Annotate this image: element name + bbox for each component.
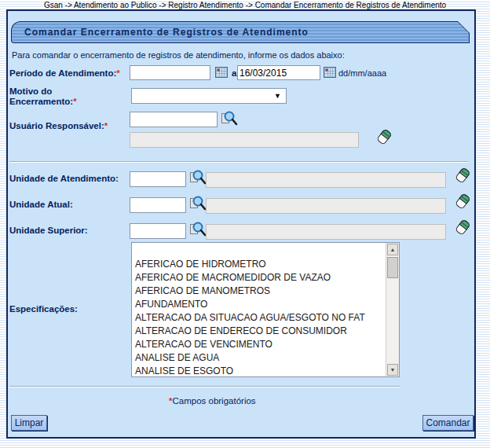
note-text: Campos obrigatórios [172,396,255,406]
motivo-selected-value [132,91,134,102]
especificacao-option[interactable]: ALTERACAO DA SITUACAO AGUA/ESGOTO NO FAT [135,311,386,325]
scrollbar-down-icon[interactable]: ▼ [387,364,398,376]
page-title: Comandar Encerramento de Registros de At… [12,27,309,38]
motivo-label: Motivo do Encerramento:* [9,86,77,107]
scrollbar-up-icon[interactable]: ▲ [387,244,398,255]
especificacoes-options: AFERICAO DE HIDROMETROAFERICAO DE MACROM… [132,243,386,376]
especificacao-option[interactable]: AFERICAO DE MACROMEDIDOR DE VAZAO [135,271,386,285]
motivo-label-line1: Motivo do [9,86,77,97]
listbox-scrollbar[interactable]: ▲ ▼ [386,243,399,376]
periodo-end-input[interactable] [237,65,320,80]
clear-button[interactable]: Limpar [11,415,47,431]
eraser-icon[interactable] [456,219,469,239]
unidade-atual-label: Unidade Atual: [9,200,73,210]
unidade-atual-code-input[interactable] [130,197,186,213]
especificacoes-label: Especificações: [9,304,78,314]
motivo-select[interactable]: ▼ [131,88,287,104]
periodo-label-text: Período de Atendimento: [9,68,116,78]
unidade-superior-code-input[interactable] [130,223,186,239]
eraser-icon[interactable] [456,167,469,187]
eraser-icon[interactable] [378,129,390,149]
especificacoes-listbox[interactable]: AFERICAO DE HIDROMETROAFERICAO DE MACROM… [131,242,400,377]
form-instruction: Para comandar o encerramento de registro… [12,50,345,60]
especificacao-option[interactable] [135,244,386,258]
unidade-atendimento-code-input[interactable] [130,171,186,187]
search-icon[interactable] [189,221,207,241]
periodo-range-separator: a [232,68,236,78]
footer-separator [9,386,400,387]
especificacao-option[interactable]: ANALISE DE ESGOTO [135,365,386,376]
especificacao-option[interactable]: ALTERACAO DE ENDERECO DE CONSUMIDOR [135,325,386,338]
especificacao-option[interactable]: ALTERACAO DE VENCIMENTO [135,338,386,351]
page-title-stripes: Comandar Encerramento de Registros de At… [12,22,469,42]
usuario-label-text: Usuário Responsável: [9,121,104,130]
unidade-atual-name-field [206,198,446,214]
calendar-end-icon[interactable] [324,66,336,82]
unidade-superior-label: Unidade Superior: [9,226,88,236]
search-icon[interactable] [189,195,207,215]
especificacao-option[interactable]: AFERICAO DE HIDROMETRO [135,258,386,271]
unidade-atendimento-name-field [206,172,446,188]
usuario-code-input[interactable] [130,112,218,127]
required-fields-note: *Campos obrigatórios [169,396,256,406]
especificacao-option[interactable]: AFUNDAMENTO [135,298,386,311]
especificacao-option[interactable]: AFERICAO DE MANOMETROS [135,285,386,298]
breadcrumb[interactable]: Gsan -> Atendimento ao Publico -> Regist… [0,1,490,9]
periodo-start-input[interactable] [130,65,210,80]
usuario-required-mark: * [104,121,108,130]
main-panel: Comandar Encerramento de Registros de At… [6,9,476,439]
search-icon[interactable] [189,169,207,189]
periodo-label: Período de Atendimento:* [9,68,120,79]
eraser-icon[interactable] [456,193,469,213]
date-format-hint: dd/mm/aaaa [338,68,386,78]
calendar-start-icon[interactable] [215,66,228,82]
page-title-bar: Comandar Encerramento de Registros de At… [11,21,470,43]
periodo-required-mark: * [116,68,119,78]
motivo-label-line2: Encerramento: [9,97,73,106]
especificacao-option[interactable]: ANALISE DE AGUA [135,351,386,365]
submit-button[interactable]: Comandar [422,415,474,431]
usuario-label: Usuário Responsável:* [9,121,108,131]
search-icon[interactable] [221,110,238,130]
section-separator [9,161,468,163]
motivo-required-mark: * [73,97,76,106]
unidade-atendimento-label: Unidade de Atendimento: [9,174,119,184]
scrollbar-thumb[interactable] [387,257,398,278]
usuario-name-field [130,132,359,148]
dropdown-arrow-icon[interactable]: ▼ [274,92,281,100]
unidade-superior-name-field [206,224,446,240]
